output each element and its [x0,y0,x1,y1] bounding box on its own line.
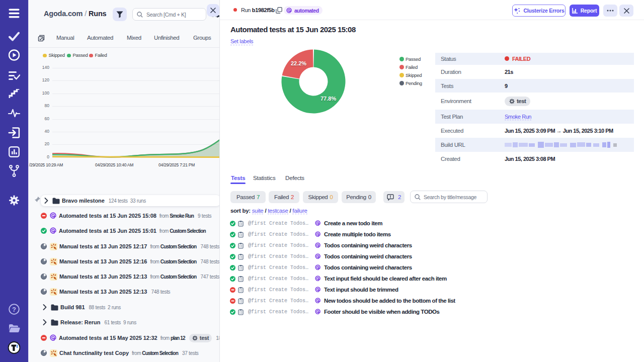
svg-text:77.8%: 77.8% [320,96,336,102]
svg-text:?: ? [12,306,16,313]
svg-text:22.2%: 22.2% [291,60,306,66]
